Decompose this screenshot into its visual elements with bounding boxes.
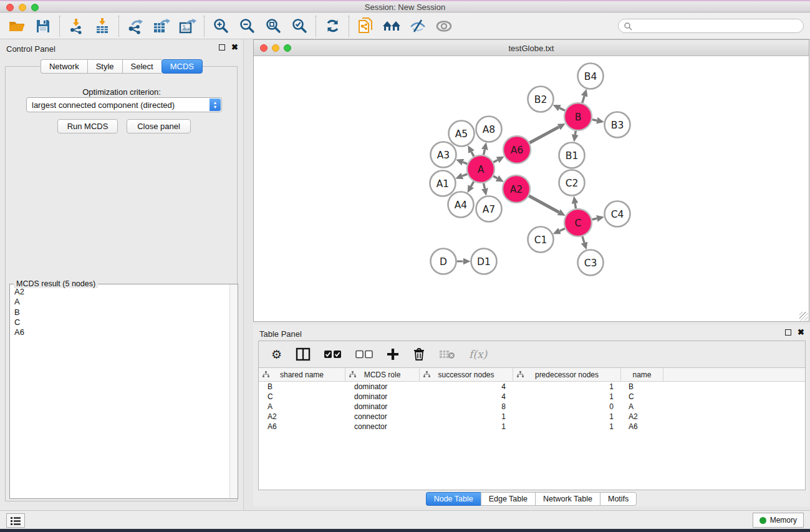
open-session-button[interactable] [6, 16, 27, 37]
column-header-shared-name[interactable]: shared name [259, 368, 345, 381]
graph-edge[interactable] [462, 174, 467, 176]
graph-edge[interactable] [493, 176, 497, 178]
table-cell[interactable]: 1 [420, 412, 513, 422]
graph-node-B3[interactable]: B3 [605, 112, 630, 138]
resize-grip[interactable] [799, 312, 808, 321]
tab-node-table[interactable]: Node Table [426, 492, 481, 506]
graph-edge[interactable] [560, 228, 565, 231]
graph-edge[interactable] [575, 203, 576, 208]
create-column-button[interactable] [387, 345, 399, 364]
table-cell[interactable]: A6 [259, 422, 345, 432]
graph-node-C4[interactable]: C4 [605, 201, 630, 227]
graph-edge[interactable] [559, 108, 565, 110]
tab-edge-table[interactable]: Edge Table [481, 492, 535, 506]
tab-network[interactable]: Network [41, 59, 87, 74]
mcds-result-item[interactable]: A [11, 297, 229, 307]
table-cell[interactable]: 1 [420, 422, 513, 432]
close-panel-button[interactable]: Close panel [127, 119, 191, 133]
table-row[interactable]: Cdominator41C [259, 392, 805, 402]
tab-style[interactable]: Style [87, 59, 122, 74]
new-network-from-file-button[interactable] [355, 16, 376, 37]
graph-node-A5[interactable]: A5 [449, 121, 475, 147]
hide-graphics-details-button[interactable] [407, 16, 428, 37]
table-cell[interactable]: A6 [621, 422, 663, 432]
table-row[interactable]: A6connector11A6 [259, 422, 805, 432]
graph-node-A1[interactable]: A1 [430, 171, 456, 196]
table-cell[interactable]: C [259, 392, 345, 402]
table-cell[interactable]: 4 [420, 382, 513, 392]
column-header-mcds-role[interactable]: MCDS role [345, 368, 420, 381]
network-canvas[interactable]: AA1A2A3A4A5A6A7A8BB1B2B3B4CC1C2C3C4DD1 [254, 56, 809, 321]
table-cell[interactable]: dominator [345, 382, 420, 392]
table-row[interactable]: Bdominator41B [259, 382, 805, 392]
graph-edge[interactable] [582, 96, 584, 103]
table-cell[interactable]: A [621, 402, 663, 412]
home-button[interactable] [381, 16, 402, 37]
table-cell[interactable]: 1 [513, 422, 621, 432]
table-cell[interactable]: B [621, 382, 663, 392]
export-image-button[interactable] [177, 16, 198, 37]
table-cell[interactable]: dominator [345, 392, 420, 402]
table-cell[interactable]: 0 [513, 402, 621, 412]
graph-edge[interactable] [484, 183, 485, 189]
table-cell[interactable]: A2 [621, 412, 663, 422]
table-cell[interactable]: A [259, 402, 345, 412]
refresh-button[interactable] [322, 16, 343, 37]
graph-node-B2[interactable]: B2 [528, 87, 554, 112]
tab-motifs[interactable]: Motifs [600, 492, 637, 506]
graph-edge[interactable] [471, 152, 474, 156]
search-input[interactable] [632, 21, 803, 32]
graph-node-B[interactable]: B [564, 103, 592, 130]
mcds-result-item[interactable]: A6 [11, 327, 229, 337]
table-cell[interactable]: dominator [345, 402, 420, 412]
mcds-result-scrollbar[interactable] [229, 284, 238, 498]
deselect-all-rows-button[interactable] [355, 345, 373, 364]
close-panel-icon[interactable]: ✖ [231, 44, 238, 51]
mcds-result-item[interactable]: A2 [11, 287, 229, 297]
task-history-button[interactable] [6, 513, 25, 528]
float-panel-icon[interactable] [219, 44, 225, 51]
import-network-button[interactable] [65, 16, 87, 37]
table-cell[interactable]: 1 [513, 412, 621, 422]
delete-table-button[interactable] [439, 345, 455, 364]
zoom-selected-button[interactable] [289, 16, 310, 37]
graph-edge[interactable] [471, 181, 473, 186]
graph-edge[interactable] [529, 196, 559, 212]
graph-node-A4[interactable]: A4 [448, 192, 474, 218]
zoom-fit-button[interactable] [263, 16, 284, 37]
table-cell[interactable]: connector [345, 412, 420, 422]
graph-node-C2[interactable]: C2 [559, 170, 585, 196]
graph-edge[interactable] [575, 131, 576, 135]
graph-node-D1[interactable]: D1 [471, 249, 497, 274]
table-cell[interactable]: A2 [259, 412, 345, 422]
mcds-result-item[interactable]: C [11, 317, 229, 327]
graph-edge[interactable] [582, 236, 584, 243]
tab-mcds[interactable]: MCDS [162, 59, 203, 74]
graph-edge[interactable] [592, 218, 597, 220]
tab-network-table[interactable]: Network Table [535, 492, 600, 506]
graph-node-C[interactable]: C [564, 209, 592, 236]
table-cell[interactable]: 8 [420, 402, 513, 412]
criterion-dropdown[interactable]: largest connected component (directed) ▲… [26, 97, 222, 112]
zoom-in-button[interactable] [210, 16, 231, 37]
delete-columns-button[interactable] [413, 345, 425, 364]
graph-node-A2[interactable]: A2 [503, 175, 530, 203]
run-mcds-button[interactable]: Run MCDS [57, 119, 118, 133]
column-header-successor-nodes[interactable]: successor nodes [420, 368, 513, 381]
table-settings-button[interactable]: ⚙ [271, 345, 282, 364]
graph-edge[interactable] [592, 120, 597, 121]
column-header-name[interactable]: name [621, 368, 663, 381]
graph-node-A6[interactable]: A6 [503, 136, 531, 163]
mcds-result-item[interactable]: B [11, 307, 229, 317]
graph-node-A3[interactable]: A3 [431, 142, 456, 168]
graph-node-B4[interactable]: B4 [578, 64, 604, 89]
export-table-button[interactable] [151, 16, 172, 37]
graph-edge[interactable] [493, 160, 498, 162]
graph-node-A7[interactable]: A7 [476, 196, 502, 222]
memory-button[interactable]: Memory [753, 513, 804, 528]
save-session-button[interactable] [32, 16, 54, 37]
show-graphics-details-button[interactable] [433, 16, 455, 37]
graph-edge[interactable] [463, 162, 467, 164]
graph-node-A[interactable]: A [467, 155, 494, 183]
table-cell[interactable]: 1 [513, 382, 621, 392]
